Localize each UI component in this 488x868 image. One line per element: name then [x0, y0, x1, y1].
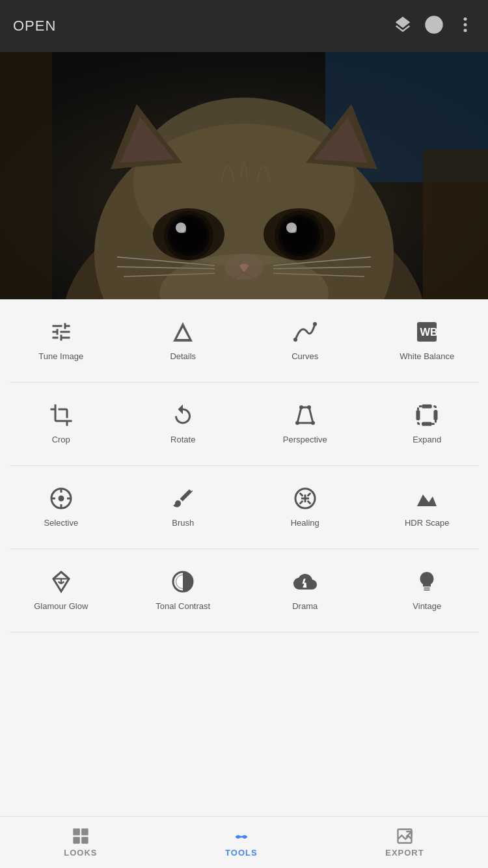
header-icons: [393, 15, 475, 37]
header: OPEN: [0, 0, 488, 52]
svg-rect-68: [424, 588, 430, 589]
svg-rect-71: [73, 837, 80, 844]
crop-label: Crop: [52, 435, 70, 446]
svg-point-56: [58, 495, 64, 501]
cat-image: [0, 52, 488, 299]
hdr-scape-icon: [414, 485, 440, 511]
svg-rect-53: [422, 404, 432, 408]
perspective-label: Perspective: [283, 435, 327, 446]
bottom-nav: LOOKS TOOLS EXPORT: [0, 816, 488, 868]
hdr-scape-label: HDR Scape: [405, 518, 450, 529]
curves-label: Curves: [291, 351, 318, 362]
svg-rect-51: [416, 410, 420, 420]
tools-panel: Tune Image Details Curves: [0, 299, 488, 816]
tool-curves[interactable]: Curves: [244, 306, 366, 375]
tool-crop[interactable]: Crop: [0, 389, 122, 459]
crop-icon: [48, 402, 74, 428]
vintage-label: Vintage: [413, 601, 441, 612]
details-label: Details: [170, 351, 196, 362]
layers-icon[interactable]: [393, 15, 413, 37]
nav-tools[interactable]: TOOLS: [212, 822, 271, 863]
vintage-icon: [414, 569, 440, 595]
svg-point-46: [295, 421, 299, 425]
tool-hdr-scape[interactable]: HDR Scape: [366, 472, 489, 542]
tonal-contrast-label: Tonal Contrast: [156, 601, 210, 612]
drama-icon: [292, 569, 318, 595]
tool-glamour-glow[interactable]: Glamour Glow: [0, 556, 122, 625]
svg-rect-52: [434, 410, 438, 420]
svg-rect-54: [422, 422, 432, 426]
white-balance-icon: WB: [414, 319, 440, 345]
tools-row-2: Crop Rotate Perspective: [0, 383, 488, 465]
svg-point-3: [464, 18, 467, 21]
selective-label: Selective: [44, 518, 78, 529]
svg-text:WB: WB: [420, 326, 439, 338]
perspective-icon: [292, 402, 318, 428]
tool-details[interactable]: Details: [122, 306, 245, 375]
selective-icon: [48, 485, 74, 511]
svg-rect-50: [418, 406, 436, 424]
tool-white-balance[interactable]: WB White Balance: [366, 306, 489, 375]
tonal-contrast-icon: [170, 569, 196, 595]
tool-vintage[interactable]: Vintage: [366, 556, 489, 625]
image-area: [0, 52, 488, 299]
glamour-glow-icon: [48, 569, 74, 595]
curves-icon: [292, 319, 318, 345]
drama-label: Drama: [292, 601, 318, 612]
svg-point-48: [299, 405, 303, 409]
brush-label: Brush: [172, 518, 194, 529]
svg-rect-72: [81, 837, 88, 844]
healing-icon: [292, 485, 318, 511]
tool-selective[interactable]: Selective: [0, 472, 122, 542]
tune-image-label: Tune Image: [38, 351, 83, 362]
svg-rect-37: [0, 52, 488, 299]
export-icon: [396, 827, 414, 845]
info-icon[interactable]: [424, 15, 444, 37]
nav-export[interactable]: EXPORT: [372, 822, 437, 863]
tool-expand[interactable]: Expand: [366, 389, 489, 459]
tools-row-4: Glamour Glow Tonal Contrast Drama: [0, 549, 488, 632]
looks-label: LOOKS: [64, 848, 97, 858]
tune-image-icon: [48, 319, 74, 345]
svg-point-49: [307, 405, 311, 409]
tool-brush[interactable]: Brush: [122, 472, 245, 542]
nav-looks[interactable]: LOOKS: [51, 822, 110, 863]
svg-rect-70: [81, 828, 88, 835]
rotate-icon: [170, 402, 196, 428]
white-balance-label: White Balance: [400, 351, 454, 362]
tools-icon: [232, 827, 251, 845]
tools-row-1: Tune Image Details Curves: [0, 299, 488, 382]
expand-icon: [414, 402, 440, 428]
svg-point-47: [311, 421, 315, 425]
tool-tonal-contrast[interactable]: Tonal Contrast: [122, 556, 245, 625]
looks-icon: [72, 827, 90, 845]
tools-row-3: Selective Brush Healing: [0, 466, 488, 549]
row-divider-4: [10, 632, 478, 632]
details-icon: [170, 319, 196, 345]
brush-icon: [170, 485, 196, 511]
open-button[interactable]: OPEN: [13, 18, 56, 34]
tool-perspective[interactable]: Perspective: [244, 389, 366, 459]
tool-tune-image[interactable]: Tune Image: [0, 306, 122, 375]
svg-rect-69: [73, 828, 80, 835]
glamour-glow-label: Glamour Glow: [34, 601, 88, 612]
svg-point-5: [464, 29, 467, 32]
tool-rotate[interactable]: Rotate: [122, 389, 245, 459]
svg-point-4: [464, 23, 467, 27]
expand-label: Expand: [413, 435, 441, 446]
more-icon[interactable]: [455, 15, 475, 37]
tool-healing[interactable]: Healing: [244, 472, 366, 542]
rotate-label: Rotate: [170, 435, 195, 446]
tool-drama[interactable]: Drama: [244, 556, 366, 625]
export-label: EXPORT: [385, 848, 424, 858]
healing-label: Healing: [291, 518, 319, 529]
tools-label: TOOLS: [225, 848, 258, 858]
